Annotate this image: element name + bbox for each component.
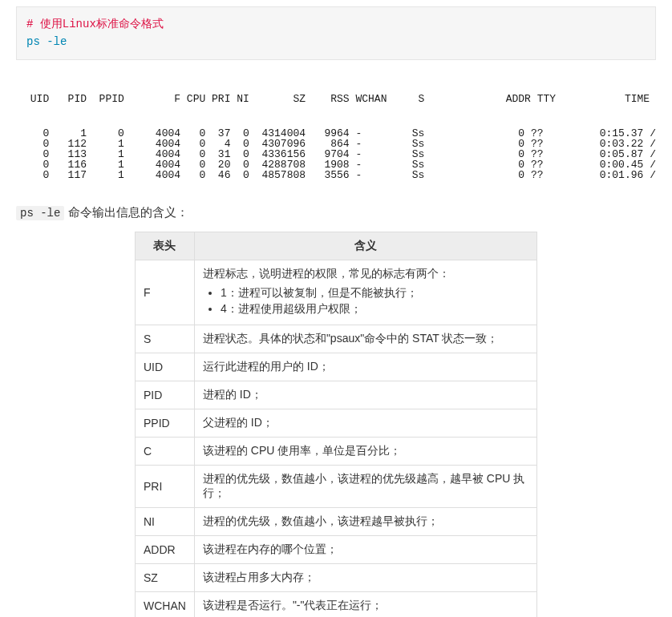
table-row-desc: 该进程是否运行。"-"代表正在运行； xyxy=(194,591,536,617)
table-row-header: PPID xyxy=(136,409,195,437)
table-row-header: ADDR xyxy=(136,535,195,563)
table-row-desc: 进程的优先级，数值越小，该进程越早被执行； xyxy=(194,507,536,535)
table-row-header: S xyxy=(136,325,195,353)
table-row: F进程标志，说明进程的权限，常见的标志有两个：1：进程可以被复制，但是不能被执行… xyxy=(136,260,537,325)
table-row: WCHAN该进程是否运行。"-"代表正在运行； xyxy=(136,591,537,617)
table-row-desc: 运行此进程的用户的 ID； xyxy=(194,353,536,381)
term-row: 0 113 1 4004 0 31 0 4336156 9704 - Ss 0 … xyxy=(24,149,656,159)
table-header-col2: 含义 xyxy=(194,232,536,260)
inline-code: ps -le xyxy=(16,206,64,220)
terminal-output: UID PID PPID F CPU PRI NI SZ RSS WCHAN S… xyxy=(24,70,656,192)
term-row: 0 112 1 4004 0 4 0 4307096 864 - Ss 0 ??… xyxy=(24,139,656,149)
table-row: PRI进程的优先级，数值越小，该进程的优先级越高，越早被 CPU 执行； xyxy=(136,465,537,507)
table-row-desc: 该进程在内存的哪个位置； xyxy=(194,535,536,563)
table-row: PPID父进程的 ID； xyxy=(136,409,537,437)
term-row: 0 117 1 4004 0 46 0 4857808 3556 - Ss 0 … xyxy=(24,170,656,180)
table-row-header: NI xyxy=(136,507,195,535)
list-item: 1：进程可以被复制，但是不能被执行； xyxy=(221,286,528,300)
table-row: UID运行此进程的用户的 ID； xyxy=(136,353,537,381)
code-comment: # 使用Linux标准命令格式 xyxy=(26,18,164,30)
table-row-header: PRI xyxy=(136,465,195,507)
table-row-desc: 该进程的 CPU 使用率，单位是百分比； xyxy=(194,437,536,465)
table-row: SZ该进程占用多大内存； xyxy=(136,563,537,591)
table-row: S进程状态。具体的状态和"psaux"命令中的 STAT 状态一致； xyxy=(136,325,537,353)
table-row: ADDR该进程在内存的哪个位置； xyxy=(136,535,537,563)
table-header-col1: 表头 xyxy=(136,232,195,260)
meaning-table: 表头 含义 F进程标志，说明进程的权限，常见的标志有两个：1：进程可以被复制，但… xyxy=(135,232,537,617)
description-line: ps -le 命令输出信息的含义： xyxy=(16,205,656,220)
table-row: PID进程的 ID； xyxy=(136,381,537,409)
term-row: 0 1 0 4004 0 37 0 4314004 9964 - Ss 0 ??… xyxy=(24,128,656,139)
code-command: ps -le xyxy=(26,35,67,48)
code-block: # 使用Linux标准命令格式 ps -le xyxy=(16,6,656,60)
table-row-header: C xyxy=(136,437,195,465)
description-text: 命令输出信息的含义： xyxy=(64,205,188,219)
table-row-header: UID xyxy=(136,353,195,381)
term-row: 0 116 1 4004 0 20 0 4288708 1908 - Ss 0 … xyxy=(24,159,656,170)
table-row-desc: 进程的优先级，数值越小，该进程的优先级越高，越早被 CPU 执行； xyxy=(194,465,536,507)
table-row: C该进程的 CPU 使用率，单位是百分比； xyxy=(136,437,537,465)
table-row-header: F xyxy=(136,260,195,325)
table-row-desc: 该进程占用多大内存； xyxy=(194,563,536,591)
table-row: NI进程的优先级，数值越小，该进程越早被执行； xyxy=(136,507,537,535)
term-header: UID PID PPID F CPU PRI NI SZ RSS WCHAN S… xyxy=(24,94,656,104)
list-item: 4：进程使用超级用户权限； xyxy=(221,302,528,317)
table-row-desc: 父进程的 ID； xyxy=(194,409,536,437)
table-row-header: PID xyxy=(136,381,195,409)
table-row-desc: 进程标志，说明进程的权限，常见的标志有两个：1：进程可以被复制，但是不能被执行；… xyxy=(194,260,536,325)
table-row-header: SZ xyxy=(136,563,195,591)
table-row-header: WCHAN xyxy=(136,591,195,617)
table-row-desc: 进程的 ID； xyxy=(194,381,536,409)
table-row-desc: 进程状态。具体的状态和"psaux"命令中的 STAT 状态一致； xyxy=(194,325,536,353)
